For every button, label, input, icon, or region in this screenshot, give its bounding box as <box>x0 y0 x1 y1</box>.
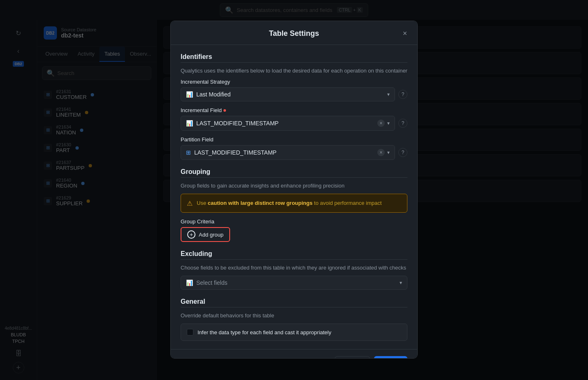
infer-datatype-checkbox[interactable] <box>187 329 193 335</box>
chevron-down-icon-4: ▾ <box>400 280 402 286</box>
modal-overlay: Table Settings × Identifiers Qualytics u… <box>0 0 588 380</box>
table-settings-modal: Table Settings × Identifiers Qualytics u… <box>170 21 418 359</box>
cancel-button[interactable]: Cancel <box>335 356 370 359</box>
incremental-strategy-help-icon[interactable]: ? <box>398 90 407 99</box>
incremental-field-help-icon[interactable]: ? <box>398 119 407 128</box>
modal-footer: Cancel Save <box>171 349 417 359</box>
add-group-label: Add group <box>199 232 223 238</box>
chart-icon: 📊 <box>186 91 193 98</box>
grouping-desc: Group fields to gain accurate insights a… <box>181 183 407 189</box>
identifiers-desc: Qualytics uses the identifiers below to … <box>181 68 407 74</box>
save-button[interactable]: Save <box>374 356 407 359</box>
modal-body: Identifiers Qualytics uses the identifie… <box>171 45 417 349</box>
grouping-warning-box: ⚠ Use caution with large distinct row gr… <box>181 194 407 213</box>
fields-icon: 📊 <box>186 279 193 286</box>
close-button[interactable]: × <box>399 28 411 39</box>
warning-icon: ⚠ <box>187 199 193 207</box>
identifiers-section: Identifiers Qualytics uses the identifie… <box>181 53 407 160</box>
partition-field-select[interactable]: ⊞ LAST_MODIFIED_TIMESTAMP × ▾ <box>181 145 395 160</box>
incremental-field-value: LAST_MODIFIED_TIMESTAMP <box>196 120 374 127</box>
select-fields-placeholder: Select fields <box>196 279 396 286</box>
excluding-section: Excluding Choose fields to be excluded f… <box>181 250 407 290</box>
select-fields-dropdown[interactable]: 📊 Select fields ▾ <box>181 276 407 290</box>
general-section: General Override default behaviors for t… <box>181 298 407 341</box>
partition-field-label: Partition Field <box>181 136 407 143</box>
modal-title: Table Settings <box>269 29 319 38</box>
clear-incremental-field-button[interactable]: × <box>377 120 385 127</box>
modal-header: Table Settings × <box>171 21 417 45</box>
group-criteria-label: Group Criteria <box>181 218 407 225</box>
chevron-down-icon: ▾ <box>387 91 390 97</box>
chevron-down-icon-2: ▾ <box>387 120 390 126</box>
grouping-section: Grouping Group fields to gain accurate i… <box>181 168 407 242</box>
partition-icon: ⊞ <box>186 149 191 156</box>
general-title: General <box>181 298 407 305</box>
partition-field-value: LAST_MODIFIED_TIMESTAMP <box>194 149 374 156</box>
chevron-down-icon-3: ▾ <box>387 150 390 155</box>
grouping-title: Grouping <box>181 168 407 176</box>
infer-datatype-row[interactable]: Infer the data type for each field and c… <box>181 324 407 341</box>
incremental-field-label: Incremental Field <box>181 107 407 113</box>
warning-text: Use caution with large distinct row grou… <box>197 199 382 207</box>
required-indicator <box>223 109 226 112</box>
excluding-desc: Choose fields to be excluded from this t… <box>181 265 407 271</box>
excluding-title: Excluding <box>181 250 407 258</box>
incremental-field-select[interactable]: 📊 LAST_MODIFIED_TIMESTAMP × ▾ <box>181 116 395 131</box>
incremental-strategy-label: Incremental Strategy <box>181 79 407 85</box>
general-desc: Override default behaviors for this tabl… <box>181 312 407 319</box>
incremental-strategy-value: Last Modified <box>196 91 384 98</box>
clear-partition-field-button[interactable]: × <box>377 149 385 156</box>
incremental-strategy-select[interactable]: 📊 Last Modified ▾ <box>181 87 395 101</box>
add-group-button[interactable]: + Add group <box>181 227 230 242</box>
plus-circle-icon: + <box>187 230 195 239</box>
infer-datatype-label: Infer the data type for each field and c… <box>198 329 331 335</box>
bar-chart-icon: 📊 <box>186 120 193 127</box>
partition-field-help-icon[interactable]: ? <box>398 148 407 157</box>
identifiers-title: Identifiers <box>181 53 407 61</box>
